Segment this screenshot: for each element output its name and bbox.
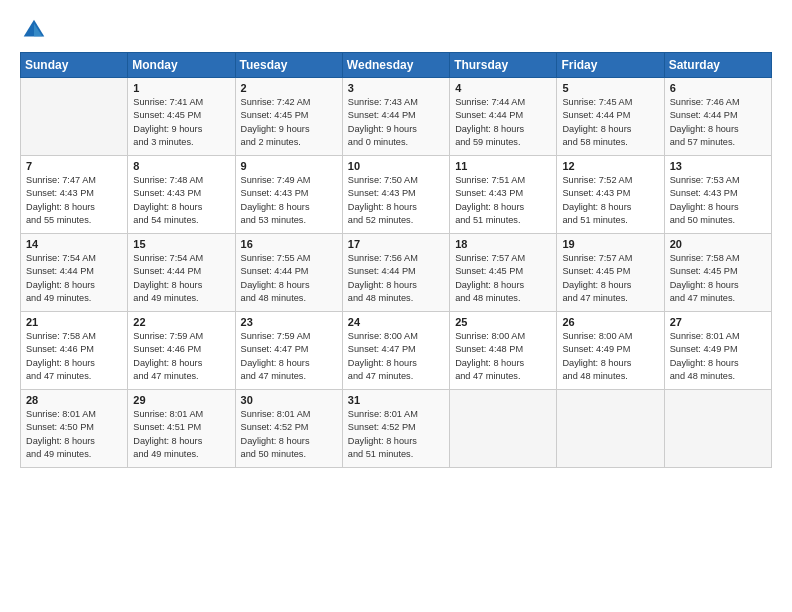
cell-info: Sunrise: 8:01 AMSunset: 4:50 PMDaylight:… [26, 408, 122, 461]
day-cell: 3Sunrise: 7:43 AMSunset: 4:44 PMDaylight… [342, 78, 449, 156]
day-cell: 4Sunrise: 7:44 AMSunset: 4:44 PMDaylight… [450, 78, 557, 156]
cell-info: Sunrise: 7:43 AMSunset: 4:44 PMDaylight:… [348, 96, 444, 149]
cell-info: Sunrise: 8:00 AMSunset: 4:48 PMDaylight:… [455, 330, 551, 383]
cell-info: Sunrise: 7:44 AMSunset: 4:44 PMDaylight:… [455, 96, 551, 149]
day-cell: 22Sunrise: 7:59 AMSunset: 4:46 PMDayligh… [128, 312, 235, 390]
day-cell [21, 78, 128, 156]
day-cell: 26Sunrise: 8:00 AMSunset: 4:49 PMDayligh… [557, 312, 664, 390]
day-cell: 11Sunrise: 7:51 AMSunset: 4:43 PMDayligh… [450, 156, 557, 234]
cell-info: Sunrise: 7:58 AMSunset: 4:45 PMDaylight:… [670, 252, 766, 305]
day-cell: 29Sunrise: 8:01 AMSunset: 4:51 PMDayligh… [128, 390, 235, 468]
day-number: 8 [133, 160, 229, 172]
day-cell [450, 390, 557, 468]
cell-info: Sunrise: 7:58 AMSunset: 4:46 PMDaylight:… [26, 330, 122, 383]
cell-info: Sunrise: 8:00 AMSunset: 4:47 PMDaylight:… [348, 330, 444, 383]
day-number: 13 [670, 160, 766, 172]
day-cell: 18Sunrise: 7:57 AMSunset: 4:45 PMDayligh… [450, 234, 557, 312]
cell-info: Sunrise: 7:56 AMSunset: 4:44 PMDaylight:… [348, 252, 444, 305]
day-cell: 10Sunrise: 7:50 AMSunset: 4:43 PMDayligh… [342, 156, 449, 234]
day-cell: 15Sunrise: 7:54 AMSunset: 4:44 PMDayligh… [128, 234, 235, 312]
col-header-sunday: Sunday [21, 53, 128, 78]
day-number: 26 [562, 316, 658, 328]
cell-info: Sunrise: 7:42 AMSunset: 4:45 PMDaylight:… [241, 96, 337, 149]
day-number: 29 [133, 394, 229, 406]
day-cell: 25Sunrise: 8:00 AMSunset: 4:48 PMDayligh… [450, 312, 557, 390]
cell-info: Sunrise: 7:50 AMSunset: 4:43 PMDaylight:… [348, 174, 444, 227]
day-cell: 30Sunrise: 8:01 AMSunset: 4:52 PMDayligh… [235, 390, 342, 468]
cell-info: Sunrise: 7:51 AMSunset: 4:43 PMDaylight:… [455, 174, 551, 227]
day-number: 10 [348, 160, 444, 172]
day-cell: 7Sunrise: 7:47 AMSunset: 4:43 PMDaylight… [21, 156, 128, 234]
col-header-saturday: Saturday [664, 53, 771, 78]
day-cell: 24Sunrise: 8:00 AMSunset: 4:47 PMDayligh… [342, 312, 449, 390]
day-cell: 9Sunrise: 7:49 AMSunset: 4:43 PMDaylight… [235, 156, 342, 234]
cell-info: Sunrise: 8:01 AMSunset: 4:51 PMDaylight:… [133, 408, 229, 461]
day-cell: 14Sunrise: 7:54 AMSunset: 4:44 PMDayligh… [21, 234, 128, 312]
header-row: SundayMondayTuesdayWednesdayThursdayFrid… [21, 53, 772, 78]
cell-info: Sunrise: 7:45 AMSunset: 4:44 PMDaylight:… [562, 96, 658, 149]
day-cell [557, 390, 664, 468]
cell-info: Sunrise: 7:46 AMSunset: 4:44 PMDaylight:… [670, 96, 766, 149]
day-number: 28 [26, 394, 122, 406]
day-number: 24 [348, 316, 444, 328]
cell-info: Sunrise: 8:01 AMSunset: 4:52 PMDaylight:… [348, 408, 444, 461]
week-row-4: 21Sunrise: 7:58 AMSunset: 4:46 PMDayligh… [21, 312, 772, 390]
day-cell: 16Sunrise: 7:55 AMSunset: 4:44 PMDayligh… [235, 234, 342, 312]
day-number: 5 [562, 82, 658, 94]
col-header-tuesday: Tuesday [235, 53, 342, 78]
day-cell: 5Sunrise: 7:45 AMSunset: 4:44 PMDaylight… [557, 78, 664, 156]
day-cell: 20Sunrise: 7:58 AMSunset: 4:45 PMDayligh… [664, 234, 771, 312]
cell-info: Sunrise: 7:59 AMSunset: 4:47 PMDaylight:… [241, 330, 337, 383]
day-number: 31 [348, 394, 444, 406]
day-number: 27 [670, 316, 766, 328]
cell-info: Sunrise: 7:57 AMSunset: 4:45 PMDaylight:… [455, 252, 551, 305]
day-number: 18 [455, 238, 551, 250]
cell-info: Sunrise: 7:54 AMSunset: 4:44 PMDaylight:… [133, 252, 229, 305]
day-cell: 8Sunrise: 7:48 AMSunset: 4:43 PMDaylight… [128, 156, 235, 234]
week-row-2: 7Sunrise: 7:47 AMSunset: 4:43 PMDaylight… [21, 156, 772, 234]
day-cell: 27Sunrise: 8:01 AMSunset: 4:49 PMDayligh… [664, 312, 771, 390]
header [20, 16, 772, 44]
day-cell: 23Sunrise: 7:59 AMSunset: 4:47 PMDayligh… [235, 312, 342, 390]
cell-info: Sunrise: 7:52 AMSunset: 4:43 PMDaylight:… [562, 174, 658, 227]
logo-icon [20, 16, 48, 44]
cell-info: Sunrise: 7:55 AMSunset: 4:44 PMDaylight:… [241, 252, 337, 305]
day-cell: 6Sunrise: 7:46 AMSunset: 4:44 PMDaylight… [664, 78, 771, 156]
day-number: 20 [670, 238, 766, 250]
cell-info: Sunrise: 7:47 AMSunset: 4:43 PMDaylight:… [26, 174, 122, 227]
cell-info: Sunrise: 7:49 AMSunset: 4:43 PMDaylight:… [241, 174, 337, 227]
day-number: 4 [455, 82, 551, 94]
day-number: 2 [241, 82, 337, 94]
week-row-3: 14Sunrise: 7:54 AMSunset: 4:44 PMDayligh… [21, 234, 772, 312]
day-number: 30 [241, 394, 337, 406]
day-cell: 28Sunrise: 8:01 AMSunset: 4:50 PMDayligh… [21, 390, 128, 468]
day-cell: 21Sunrise: 7:58 AMSunset: 4:46 PMDayligh… [21, 312, 128, 390]
day-number: 17 [348, 238, 444, 250]
day-number: 19 [562, 238, 658, 250]
day-cell: 12Sunrise: 7:52 AMSunset: 4:43 PMDayligh… [557, 156, 664, 234]
day-number: 3 [348, 82, 444, 94]
cell-info: Sunrise: 7:57 AMSunset: 4:45 PMDaylight:… [562, 252, 658, 305]
day-number: 22 [133, 316, 229, 328]
cell-info: Sunrise: 8:01 AMSunset: 4:49 PMDaylight:… [670, 330, 766, 383]
day-number: 12 [562, 160, 658, 172]
cell-info: Sunrise: 7:48 AMSunset: 4:43 PMDaylight:… [133, 174, 229, 227]
day-cell: 17Sunrise: 7:56 AMSunset: 4:44 PMDayligh… [342, 234, 449, 312]
day-cell: 1Sunrise: 7:41 AMSunset: 4:45 PMDaylight… [128, 78, 235, 156]
cell-info: Sunrise: 7:59 AMSunset: 4:46 PMDaylight:… [133, 330, 229, 383]
day-cell [664, 390, 771, 468]
day-number: 6 [670, 82, 766, 94]
day-number: 16 [241, 238, 337, 250]
day-cell: 2Sunrise: 7:42 AMSunset: 4:45 PMDaylight… [235, 78, 342, 156]
day-cell: 31Sunrise: 8:01 AMSunset: 4:52 PMDayligh… [342, 390, 449, 468]
logo [20, 16, 52, 44]
day-number: 23 [241, 316, 337, 328]
col-header-wednesday: Wednesday [342, 53, 449, 78]
day-number: 14 [26, 238, 122, 250]
day-number: 7 [26, 160, 122, 172]
day-number: 21 [26, 316, 122, 328]
day-cell: 19Sunrise: 7:57 AMSunset: 4:45 PMDayligh… [557, 234, 664, 312]
cell-info: Sunrise: 7:41 AMSunset: 4:45 PMDaylight:… [133, 96, 229, 149]
day-number: 1 [133, 82, 229, 94]
cell-info: Sunrise: 8:01 AMSunset: 4:52 PMDaylight:… [241, 408, 337, 461]
